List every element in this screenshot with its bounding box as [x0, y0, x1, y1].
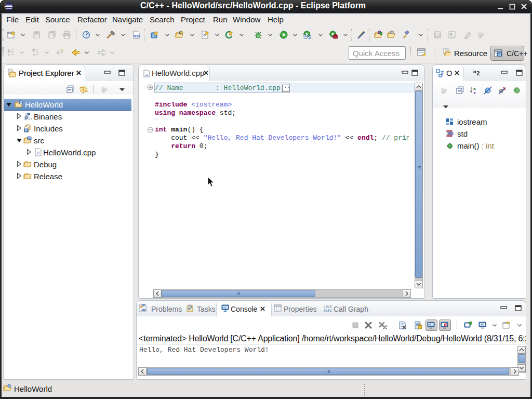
svg-text:C: C — [498, 53, 501, 57]
svg-text:h: h — [25, 128, 28, 132]
svg-text:010: 010 — [134, 34, 141, 38]
svg-text:¶: ¶ — [450, 32, 453, 38]
svg-text:01: 01 — [29, 117, 32, 121]
svg-text:0101: 0101 — [324, 309, 332, 313]
svg-text:C: C — [20, 101, 22, 104]
svg-text:1010: 1010 — [324, 305, 332, 309]
svg-text:C: C — [8, 384, 11, 388]
svg-text:z: z — [474, 90, 476, 95]
svg-text:.c: .c — [36, 150, 40, 155]
svg-text:C: C — [29, 136, 31, 140]
svg-text:.c: .c — [145, 72, 148, 77]
